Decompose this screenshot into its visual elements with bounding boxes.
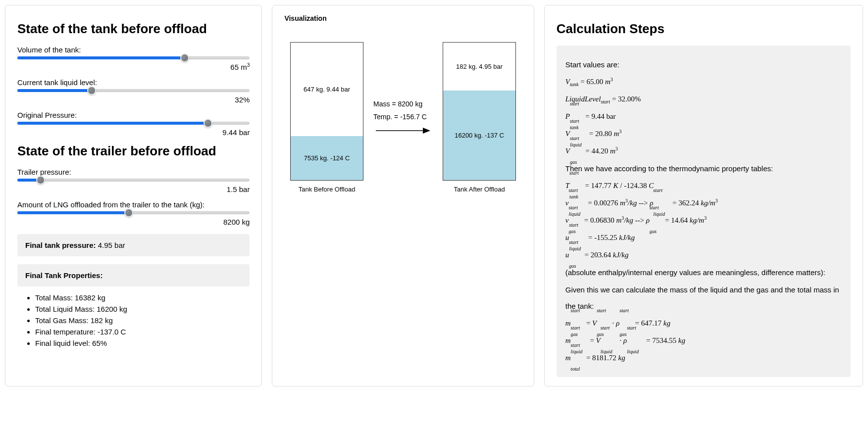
- trailer-pressure-value: 1.5 bar: [17, 180, 250, 193]
- offload-value: 8200 kg: [17, 213, 250, 226]
- tank-after-label: Tank After Offload: [454, 186, 505, 193]
- calc-body: Start values are: Vtank = 65.00 m3 Liqui…: [557, 46, 851, 377]
- tank-before-liquid: 7535 kg. -124 C: [291, 136, 363, 180]
- transfer-info: Mass = 8200 kg Temp. = -156.7 C: [373, 100, 433, 136]
- list-item: Total Liquid Mass: 16200 kg: [35, 305, 250, 313]
- final-properties-box: Final Tank Properties:: [17, 264, 250, 286]
- heading-trailer-before: State of the trailer before offload: [17, 143, 250, 159]
- level-value: 32%: [17, 91, 250, 104]
- tank-after-gas: 182 kg. 4.95 bar: [443, 43, 515, 91]
- trailer-pressure-label: Trailer pressure:: [17, 168, 250, 176]
- heading-tank-before: State of the tank before offload: [17, 21, 250, 37]
- tank-after: 182 kg. 4.95 bar 16200 kg. -137 C: [443, 42, 516, 181]
- calc-title: Calculation Steps: [557, 21, 851, 37]
- svg-marker-1: [423, 128, 430, 134]
- list-item: Total Mass: 16382 kg: [35, 293, 250, 302]
- level-label: Current tank liquid level:: [17, 78, 250, 87]
- offload-label: Amount of LNG offloaded from the trailer…: [17, 200, 250, 209]
- list-item: Final temperature: -137.0 C: [35, 328, 250, 336]
- arrow-icon: [373, 126, 433, 136]
- pressure-value: 9.44 bar: [17, 123, 250, 137]
- controls-panel: State of the tank before offload Volume …: [5, 5, 262, 386]
- volume-value: 65 m3: [17, 58, 250, 71]
- tank-before: 647 kg. 9.44 bar 7535 kg. -124 C: [290, 42, 363, 181]
- calculation-panel: Calculation Steps Start values are: Vtan…: [544, 5, 863, 386]
- final-pressure-box: Final tank pressure: 4.95 bar: [17, 234, 250, 256]
- volume-label: Volume of the tank:: [17, 46, 250, 54]
- final-properties-list: Total Mass: 16382 kg Total Liquid Mass: …: [17, 293, 250, 347]
- list-item: Total Gas Mass: 182 kg: [35, 316, 250, 325]
- tank-before-gas: 647 kg. 9.44 bar: [291, 43, 363, 136]
- tank-after-liquid: 16200 kg. -137 C: [443, 91, 515, 180]
- viz-title: Visualization: [284, 14, 521, 22]
- list-item: Final liquid level: 65%: [35, 339, 250, 347]
- tank-before-label: Tank Before Offload: [299, 186, 356, 193]
- pressure-label: Original Pressure:: [17, 111, 250, 119]
- visualization-panel: Visualization 647 kg. 9.44 bar 7535 kg. …: [272, 5, 534, 386]
